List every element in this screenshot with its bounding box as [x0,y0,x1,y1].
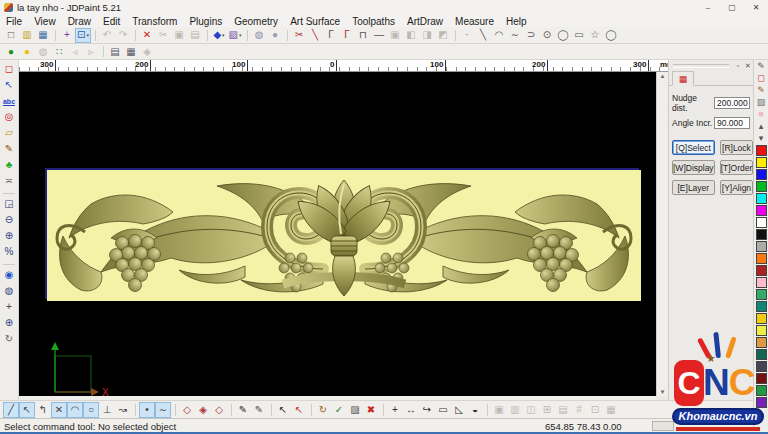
snap-icon[interactable]: ↔ [403,402,419,418]
palette-tool-icon[interactable]: ■ [755,108,768,120]
scroll-down-icon[interactable]: ▾ [657,388,668,396]
color-swatch[interactable] [756,205,767,216]
nudge-distance-input[interactable]: 200.000 [714,97,750,109]
tool-icon[interactable]: + [1,299,17,315]
toolbar-icon[interactable]: ◃ [67,44,83,59]
toolbar-icon[interactable]: ▭ [571,28,587,43]
toolbar-icon[interactable]: ▦ [35,28,51,43]
tool-icon[interactable]: abc [1,93,17,109]
toolbar-icon[interactable]: ◍ [35,44,51,59]
toolbar-icon[interactable]: ▤ [107,44,123,59]
palette-tool-icon[interactable]: ▴ [755,120,768,132]
toolbar-icon[interactable]: ╲ [307,28,323,43]
menu-item[interactable]: Help [500,16,533,27]
tool-icon[interactable]: ↖ [1,77,17,93]
color-swatch[interactable] [756,169,767,180]
snap-icon[interactable]: ▨ [347,402,363,418]
snap-icon[interactable]: ↻ [315,402,331,418]
toolbar-icon[interactable]: ⊓ [355,28,371,43]
toolbar-icon[interactable]: ☆ [587,28,603,43]
toolbar-icon[interactable]: ▣ [171,28,187,43]
panel-button[interactable]: [Y]Align [720,180,754,195]
toolbar-icon[interactable]: ▣ [387,28,403,43]
snap-icon[interactable]: • [139,402,155,418]
toolbar-icon[interactable]: ● [3,44,19,59]
snap-icon[interactable]: ∼ [155,402,171,418]
tool-icon[interactable]: ⊕ [1,228,17,244]
menu-item[interactable]: ArtDraw [401,16,449,27]
tool-icon[interactable]: ◎ [1,109,17,125]
panel-close-button[interactable]: ✕ [743,62,753,70]
snap-icon[interactable]: ╱ [3,402,19,418]
toolbar-icon[interactable]: ◯ [555,28,571,43]
toolbar-icon[interactable]: ◩ [435,28,451,43]
menu-item[interactable]: Geometry [228,16,284,27]
panel-grip[interactable] [673,64,729,68]
panel-pin-button[interactable]: ▫ [733,62,743,69]
toolbar-icon[interactable]: ✕ [139,28,155,43]
toolbar-icon[interactable]: ▹ [83,44,99,59]
toolbar-icon[interactable]: · [459,28,475,43]
menu-item[interactable]: View [28,16,62,27]
palette-tool-icon[interactable]: ✎ [755,84,768,96]
toolbar-icon[interactable]: Γ [339,28,355,43]
toolbar-icon[interactable]: ⊃ [523,28,539,43]
panel-tab[interactable]: ▦ [672,71,694,86]
color-swatch[interactable] [756,181,767,192]
snap-icon[interactable]: ✖ [363,402,379,418]
toolbar-icon[interactable]: ∷ [51,44,67,59]
panel-button[interactable]: [R]Lock [720,140,754,155]
snap-icon[interactable]: ✎ [251,402,267,418]
toolbar-icon[interactable]: ◆ [211,28,227,43]
color-swatch[interactable] [756,241,767,252]
menu-item[interactable]: Toolpaths [346,16,401,27]
snap-icon[interactable]: ◈ [195,402,211,418]
menu-item[interactable]: File [0,16,28,27]
scroll-up-icon[interactable]: ▴ [661,72,665,79]
color-swatch[interactable] [756,253,767,264]
color-swatch[interactable] [756,193,767,204]
panel-button[interactable]: [T]Order [720,160,754,175]
toolbar-icon[interactable]: ↷ [115,28,131,43]
snap-icon[interactable]: ◇ [179,402,195,418]
tool-icon[interactable]: ◲ [1,196,17,212]
toolbar-icon[interactable]: Γ [323,28,339,43]
snap-icon[interactable]: ▥ [507,402,523,418]
toolbar-icon[interactable]: ∼ [507,28,523,43]
toolbar-icon[interactable]: ▧ [227,28,243,43]
toolbar-icon[interactable]: ⊙ [539,28,555,43]
palette-tool-icon[interactable]: ▨ [755,96,768,108]
toolbar-icon[interactable]: ◧ [403,28,419,43]
toolbar-icon[interactable]: ⊡ [75,28,91,43]
snap-icon[interactable]: ◺ [451,402,467,418]
tool-icon[interactable]: ↻ [1,331,17,347]
snap-icon[interactable]: ▦ [603,402,619,418]
snap-icon[interactable]: + [387,402,403,418]
color-swatch[interactable] [756,301,767,312]
color-swatch[interactable] [756,217,767,228]
toolbar-icon[interactable]: ↶ [99,28,115,43]
toolbar-icon[interactable]: ◈ [139,44,155,59]
snap-icon[interactable]: ✕ [51,402,67,418]
toolbar-icon[interactable]: ✂ [291,28,307,43]
toolbar-icon[interactable]: ✂ [155,28,171,43]
minimize-button[interactable]: – [696,0,720,15]
toolbar-icon[interactable]: ◠ [491,28,507,43]
snap-icon[interactable]: ▤ [555,402,571,418]
menu-item[interactable]: Plugins [183,16,228,27]
snap-icon[interactable]: ↖ [291,402,307,418]
menu-item[interactable]: Transform [126,16,183,27]
color-swatch[interactable] [756,289,767,300]
tool-icon[interactable]: % [1,244,17,260]
tool-icon[interactable]: ≍ [1,173,17,189]
snap-icon[interactable]: ↰ [35,402,51,418]
tool-icon[interactable]: ⊕ [1,315,17,331]
snap-icon[interactable]: ◫ [523,402,539,418]
vertical-scrollbar[interactable]: ▴ ▾ [656,72,668,396]
toolbar-icon[interactable]: ◨ [419,28,435,43]
snap-icon[interactable]: ▭ [435,402,451,418]
snap-icon[interactable]: ⊥ [99,402,115,418]
snap-icon[interactable]: ◠ [67,402,83,418]
toolbar-icon[interactable]: □ [3,28,19,43]
menu-item[interactable]: Draw [62,16,97,27]
